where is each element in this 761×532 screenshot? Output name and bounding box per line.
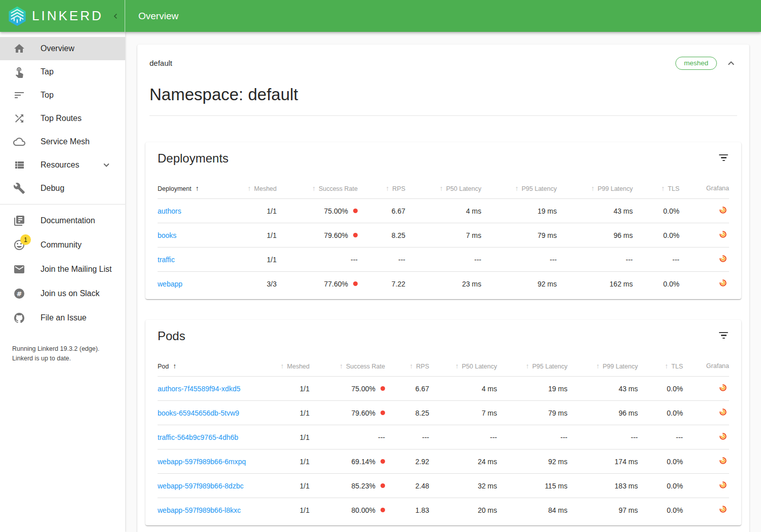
tls-cell: 0.0%: [638, 498, 683, 522]
success-rate-cell: ---: [277, 248, 358, 272]
sort-arrow-icon: ↑: [526, 362, 529, 370]
resource-link[interactable]: authors: [158, 207, 181, 215]
sort-arrow-icon: ↑: [455, 362, 459, 370]
table-row: traffic1/1------------------: [158, 248, 729, 272]
chevron-up-icon[interactable]: [725, 57, 737, 69]
p50-cell: 23 ms: [405, 272, 481, 296]
resource-link[interactable]: webapp-597f989b66-6mxpq: [158, 458, 246, 466]
sidebar-item-debug[interactable]: Debug: [0, 177, 125, 200]
meshed-cell: 1/1: [267, 474, 310, 498]
sidebar-item-documentation[interactable]: Documentation: [0, 209, 125, 233]
sidebar-item-top-routes[interactable]: Top Routes: [0, 107, 125, 130]
grafana-icon[interactable]: [719, 255, 727, 263]
sidebar-item-top[interactable]: Top: [0, 84, 125, 107]
p50-cell: 24 ms: [429, 449, 497, 474]
chevron-down-icon[interactable]: [101, 159, 112, 171]
sort-arrow-icon: ↑: [440, 184, 443, 192]
tls-cell: 0.0%: [638, 449, 683, 474]
p50-cell: 4 ms: [405, 199, 481, 223]
meshed-badge[interactable]: meshed: [675, 57, 717, 70]
grafana-icon[interactable]: [719, 408, 727, 416]
sidebar-item-label: Community: [41, 240, 82, 250]
meshed-cell: 1/1: [234, 223, 277, 248]
sidebar-item-tap[interactable]: Tap: [0, 60, 125, 84]
sort-arrow-icon: ↑: [312, 184, 316, 192]
sidebar-item-service-mesh[interactable]: Service Mesh: [0, 130, 125, 153]
status-dot: [380, 386, 385, 391]
column-header-tls[interactable]: ↑TLS: [638, 356, 683, 377]
sidebar-item-resources[interactable]: Resources: [0, 153, 125, 177]
sidebar-item-join-the-mailing-list[interactable]: Join the Mailing List: [0, 257, 125, 281]
meshed-cell: 1/1: [267, 449, 310, 474]
filter-icon[interactable]: [718, 151, 729, 165]
success-rate-cell: 85.23%: [310, 474, 385, 498]
tls-cell: 0.0%: [638, 474, 683, 498]
list-icon: [13, 159, 25, 171]
slack-icon: #: [13, 288, 25, 300]
github-icon: [13, 312, 25, 324]
sidebar-item-label: Join the Mailing List: [41, 265, 112, 274]
meshed-cell: 1/1: [267, 498, 310, 522]
column-header-rps[interactable]: ↑RPS: [385, 356, 429, 377]
sort-arrow-icon: ↑: [173, 362, 176, 370]
column-header-p50-latency[interactable]: ↑P50 Latency: [405, 179, 481, 199]
grafana-icon[interactable]: [719, 481, 727, 489]
title-divider: [149, 115, 737, 116]
resource-link[interactable]: authors-7f45589f94-xdkd5: [158, 385, 240, 393]
p50-cell: 4 ms: [429, 377, 497, 401]
sidebar-item-overview[interactable]: Overview: [0, 37, 125, 60]
column-header-p95-latency[interactable]: ↑P95 Latency: [497, 356, 567, 377]
sidebar-collapse-icon[interactable]: [110, 11, 121, 21]
resource-link[interactable]: traffic-564b9c9765-4dh6b: [158, 433, 238, 441]
column-header-success-rate[interactable]: ↑Success Rate: [277, 179, 358, 199]
p95-cell: 115 ms: [497, 474, 567, 498]
grafana-icon[interactable]: [719, 457, 727, 465]
version-line: Running Linkerd 19.3.2 (edge).: [12, 344, 113, 354]
resource-link[interactable]: webapp-597f989b66-8dzbc: [158, 482, 244, 490]
column-header-meshed[interactable]: ↑Meshed: [234, 179, 277, 199]
grafana-icon[interactable]: [719, 505, 727, 513]
column-header-success-rate[interactable]: ↑Success Rate: [310, 356, 385, 377]
p95-cell: ---: [497, 425, 567, 449]
shuffle-icon: [13, 112, 25, 125]
resource-link[interactable]: webapp-597f989b66-l8kxc: [158, 506, 241, 514]
linkerd-logo-icon: [7, 6, 28, 27]
filter-icon[interactable]: [718, 329, 729, 342]
sort-arrow-icon: ↑: [596, 362, 600, 370]
namespace-card: default meshed Namespace: default Deploy…: [137, 45, 749, 532]
column-header-tls[interactable]: ↑TLS: [633, 179, 679, 199]
sidebar-item-join-us-on-slack[interactable]: #Join us on Slack: [0, 281, 125, 306]
success-rate-cell: 77.60%: [277, 272, 358, 296]
column-header-rps[interactable]: ↑RPS: [358, 179, 405, 199]
rps-cell: 2.48: [385, 474, 429, 498]
sidebar-item-file-an-issue[interactable]: File an Issue: [0, 306, 125, 330]
resource-link[interactable]: webapp: [158, 280, 182, 288]
logo[interactable]: LINKERD: [0, 0, 125, 32]
resource-link[interactable]: books: [158, 231, 176, 239]
tls-cell: 0.0%: [638, 401, 683, 425]
svg-text:#: #: [17, 290, 22, 298]
sidebar-item-community[interactable]: 1Community: [0, 233, 125, 257]
tls-cell: 0.0%: [638, 377, 683, 401]
p95-cell: 84 ms: [497, 498, 567, 522]
column-header-p99-latency[interactable]: ↑P99 Latency: [567, 356, 638, 377]
sidebar-item-label: Service Mesh: [41, 137, 90, 146]
sort-arrow-icon: ↑: [515, 184, 519, 192]
column-header-p95-latency[interactable]: ↑P95 Latency: [481, 179, 557, 199]
grafana-icon[interactable]: [719, 279, 727, 287]
p99-cell: 162 ms: [557, 272, 633, 296]
sidebar-item-label: Debug: [41, 184, 64, 193]
column-header-meshed[interactable]: ↑Meshed: [267, 356, 310, 377]
column-header-pod[interactable]: Pod↑: [158, 356, 267, 377]
column-header-p99-latency[interactable]: ↑P99 Latency: [557, 179, 633, 199]
grafana-icon[interactable]: [719, 384, 727, 392]
grafana-icon[interactable]: [719, 230, 727, 238]
resource-link[interactable]: books-65945656db-5tvw9: [158, 409, 239, 417]
column-header-p50-latency[interactable]: ↑P50 Latency: [429, 356, 497, 377]
tls-cell: 0.0%: [633, 223, 679, 248]
grafana-icon[interactable]: [719, 206, 727, 214]
resource-link[interactable]: traffic: [158, 256, 175, 264]
column-header-deployment[interactable]: Deployment↑: [158, 179, 234, 199]
success-rate-cell: 80.00%: [310, 498, 385, 522]
grafana-icon[interactable]: [719, 432, 727, 440]
